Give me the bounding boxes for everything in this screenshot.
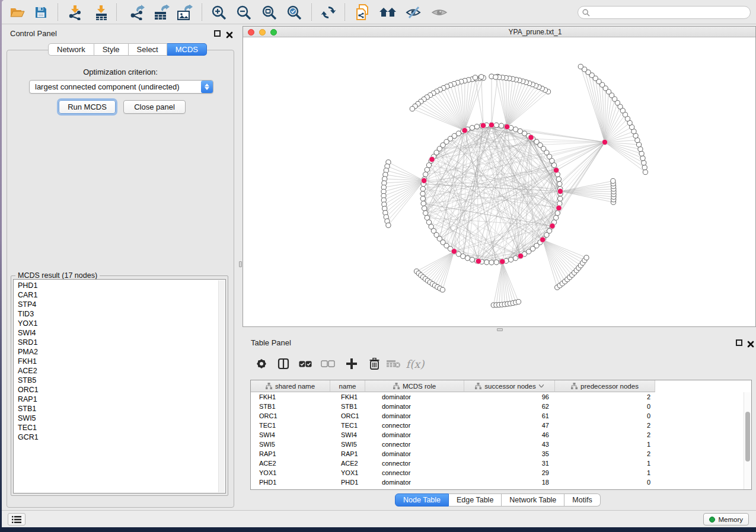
network-node[interactable] <box>508 257 513 262</box>
network-node[interactable] <box>420 187 425 191</box>
mcds-hub-node[interactable] <box>462 128 467 133</box>
list-item[interactable]: PHD1 <box>14 281 218 290</box>
list-item[interactable]: YOX1 <box>14 319 218 328</box>
network-node[interactable] <box>470 125 474 130</box>
network-node[interactable] <box>493 75 498 79</box>
network-node[interactable] <box>642 161 646 165</box>
tab-style[interactable]: Style <box>94 43 129 56</box>
network-node[interactable] <box>611 178 615 183</box>
list-item[interactable]: SWI5 <box>14 414 218 423</box>
window-maximize-icon[interactable] <box>270 29 277 36</box>
zoom-selected-button[interactable] <box>285 4 303 21</box>
export-network-button[interactable] <box>128 4 146 21</box>
network-node[interactable] <box>425 215 429 220</box>
list-item[interactable]: GCR1 <box>14 432 218 442</box>
list-item[interactable]: SWI4 <box>14 328 218 338</box>
column-header-successor-nodes[interactable]: successor nodes <box>464 380 555 392</box>
mcds-hub-node[interactable] <box>602 139 607 145</box>
network-node[interactable] <box>423 172 428 177</box>
table-row[interactable]: SWI5SWI5connector431 <box>251 440 744 449</box>
zoom-out-button[interactable] <box>235 4 253 21</box>
tab-select[interactable]: Select <box>129 43 167 56</box>
table-row[interactable]: FKH1FKH1dominator962 <box>251 392 744 402</box>
network-node[interactable] <box>553 215 558 220</box>
optimization-criterion-select[interactable]: largest connected component (undirected) <box>29 80 213 94</box>
network-node[interactable] <box>422 206 426 210</box>
close-table-panel-icon[interactable] <box>747 339 754 347</box>
list-item[interactable]: STB1 <box>14 404 218 414</box>
mcds-hub-node[interactable] <box>540 237 546 242</box>
network-node[interactable] <box>494 260 499 265</box>
hide-selected-button[interactable] <box>405 4 423 21</box>
network-node[interactable] <box>421 201 426 206</box>
close-panel-button[interactable]: Close panel <box>123 100 186 114</box>
horizontal-splitter-grip[interactable] <box>497 328 503 331</box>
mcds-list-scrollbar[interactable] <box>218 280 225 492</box>
delete-column-button[interactable] <box>366 355 382 372</box>
network-node[interactable] <box>484 260 489 265</box>
tab-edge-table[interactable]: Edge Table <box>449 493 502 507</box>
network-node[interactable] <box>639 151 644 156</box>
tab-node-table[interactable]: Node Table <box>395 493 449 507</box>
mcds-hub-node[interactable] <box>429 156 435 162</box>
network-node[interactable] <box>584 255 589 260</box>
mcds-hub-node[interactable] <box>550 223 555 229</box>
mcds-hub-node[interactable] <box>553 168 559 173</box>
network-node[interactable] <box>473 75 477 80</box>
mcds-hub-node[interactable] <box>504 124 509 129</box>
network-node[interactable] <box>386 223 391 227</box>
deselect-all-button[interactable] <box>320 355 336 372</box>
list-item[interactable]: RAP1 <box>14 395 218 404</box>
apply-layout-button[interactable] <box>320 4 337 21</box>
table-row[interactable]: PHD1PHD1dominator180 <box>251 477 744 487</box>
column-header-shared-name[interactable]: shared name <box>251 380 330 392</box>
show-columns-button[interactable] <box>275 355 292 372</box>
export-table-button[interactable] <box>152 4 170 21</box>
vertical-splitter-grip[interactable] <box>239 261 242 267</box>
mcds-hub-node[interactable] <box>421 178 426 183</box>
mcds-hub-node[interactable] <box>557 188 563 194</box>
float-table-panel-icon[interactable] <box>736 339 742 346</box>
save-session-button[interactable] <box>32 4 50 21</box>
table-row[interactable]: ACE2ACE2connector311 <box>251 459 744 468</box>
table-row[interactable]: RAP1RAP1dominator352 <box>251 449 744 459</box>
search-box[interactable] <box>578 6 751 19</box>
export-image-button[interactable] <box>176 4 193 21</box>
table-row[interactable]: TEC1TEC1connector472 <box>251 421 744 430</box>
mcds-hub-node[interactable] <box>518 253 523 258</box>
list-item[interactable]: TEC1 <box>14 423 218 432</box>
network-node[interactable] <box>513 127 518 132</box>
network-node[interactable] <box>636 142 641 147</box>
search-input[interactable] <box>592 8 750 17</box>
tab-network-table[interactable]: Network Table <box>502 493 564 507</box>
list-item[interactable]: STB5 <box>14 376 218 385</box>
list-item[interactable]: ORC1 <box>14 385 218 395</box>
first-neighbors-button[interactable] <box>379 4 397 21</box>
column-header-name[interactable]: name <box>330 380 365 392</box>
list-item[interactable]: PMA2 <box>14 347 218 357</box>
column-header-MCDS-role[interactable]: MCDS role <box>365 380 464 392</box>
network-node[interactable] <box>470 257 474 262</box>
network-node[interactable] <box>479 75 484 79</box>
network-node[interactable] <box>489 260 494 265</box>
list-item[interactable]: FKH1 <box>14 357 218 366</box>
task-history-button[interactable] <box>8 513 25 525</box>
mcds-hub-node[interactable] <box>489 122 494 127</box>
network-node[interactable] <box>410 107 414 111</box>
network-node[interactable] <box>425 167 429 172</box>
tab-network[interactable]: Network <box>48 43 94 56</box>
list-item[interactable]: ACE2 <box>14 366 218 376</box>
mcds-hub-node[interactable] <box>499 259 505 264</box>
network-node[interactable] <box>640 156 645 161</box>
network-node[interactable] <box>557 181 562 186</box>
table-row[interactable]: ORC1ORC1dominator610 <box>251 411 744 421</box>
float-panel-icon[interactable] <box>214 30 221 37</box>
zoom-in-button[interactable] <box>210 4 228 21</box>
tab-motifs[interactable]: Motifs <box>564 493 600 507</box>
table-settings-button[interactable] <box>253 355 270 372</box>
network-node[interactable] <box>638 147 643 152</box>
network-node[interactable] <box>578 64 583 69</box>
column-header-predecessor-nodes[interactable]: predecessor nodes <box>555 380 655 392</box>
function-builder-button[interactable]: f(x) <box>405 355 425 372</box>
tab-mcds[interactable]: MCDS <box>167 43 207 56</box>
